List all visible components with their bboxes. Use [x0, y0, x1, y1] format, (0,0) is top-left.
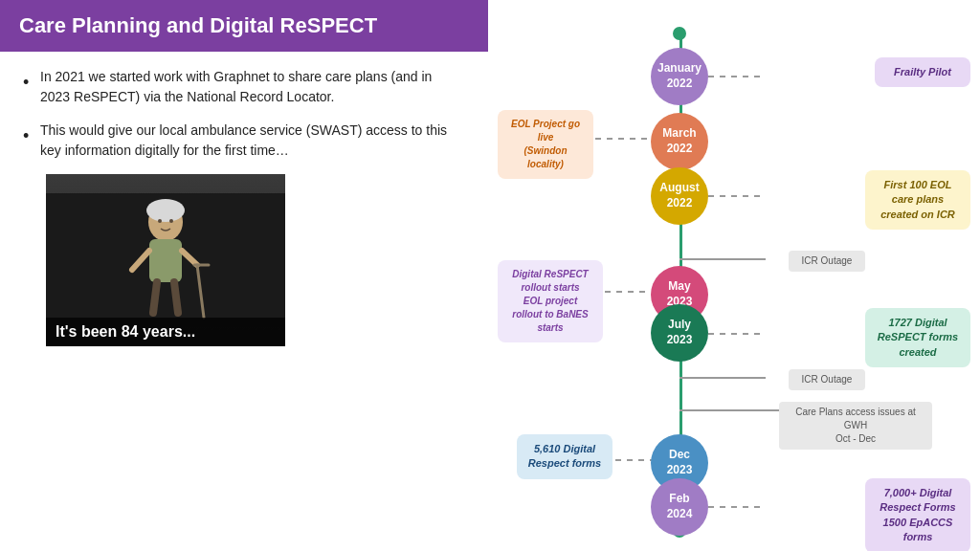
svg-point-2	[146, 199, 185, 222]
connector-mar2022-left	[595, 138, 651, 140]
circle-feb2024: Feb 2024	[651, 478, 708, 536]
label-mar2022-left: EOL Project go live(Swindonlocality)	[498, 110, 593, 179]
bullet-dot-2: •	[23, 123, 33, 149]
connector-may2023-left	[605, 291, 651, 293]
title-text: Care Planning and Digital ReSPECT	[19, 13, 377, 37]
svg-point-10	[158, 219, 162, 223]
node-feb2024: Feb 2024	[651, 478, 708, 536]
connector-icr2	[679, 377, 766, 379]
svg-line-6	[153, 282, 157, 313]
label-feb2024-right: 7,000+ DigitalRespect Forms1500 EpACCSfo…	[865, 478, 970, 551]
bullet-text-2: This would give our local ambulance serv…	[40, 121, 465, 161]
label-icr-outage-2: ICR Outage	[789, 369, 865, 390]
bullet-2: • This would give our local ambulance se…	[23, 121, 465, 161]
label-dec2023-left: 5,610 DigitalRespect forms	[517, 434, 612, 479]
circle-aug2022: August 2022	[651, 167, 708, 225]
node-jul2023: July 2023	[651, 304, 708, 362]
circle-jan2022: January 2022	[651, 48, 708, 105]
caption-text: It's been 84 years...	[56, 323, 195, 340]
node-jan2022: January 2022	[651, 48, 708, 105]
timeline-container: January 2022 Frailty Pilot EOL Project g…	[488, 0, 980, 551]
label-may2023-left: Digital ReSPECTrollout startsEOL project…	[498, 260, 603, 342]
label-care-plans-note: Care Plans access issues at GWHOct - Dec	[779, 402, 932, 450]
left-panel: Care Planning and Digital ReSPECT • In 2…	[0, 0, 488, 551]
content-area: • In 2021 we started work with Graphnet …	[0, 52, 488, 362]
node-aug2022: August 2022	[651, 167, 708, 225]
elderly-figure-svg	[46, 193, 285, 327]
connector-icr1	[679, 258, 766, 260]
photo-caption: It's been 84 years...	[46, 318, 285, 346]
svg-line-7	[174, 282, 178, 313]
label-jan2022-right: Frailty Pilot	[875, 57, 970, 87]
svg-rect-3	[149, 239, 182, 282]
label-jul2023-right: 1727 DigitalReSPECT formscreated	[865, 308, 970, 367]
connector-jan2022	[708, 76, 766, 77]
connector-dec2023-left	[615, 459, 652, 461]
bullet-text-1: In 2021 we started work with Graphnet to…	[40, 67, 465, 107]
timeline-top-dot	[673, 27, 686, 40]
bullet-1: • In 2021 we started work with Graphnet …	[23, 67, 465, 107]
svg-point-11	[169, 219, 173, 223]
connector-feb2024-right	[708, 506, 766, 508]
right-panel: January 2022 Frailty Pilot EOL Project g…	[488, 0, 980, 551]
label-icr-outage-1: ICR Outage	[789, 251, 865, 272]
label-aug2022-right: First 100 EOLcare planscreated on ICR	[865, 170, 970, 230]
connector-jul2023-right	[708, 333, 766, 335]
connector-aug2022-right	[708, 195, 766, 197]
node-mar2022: March 2022	[651, 113, 708, 170]
circle-jul2023: July 2023	[651, 304, 708, 362]
photo-container: It's been 84 years...	[46, 174, 285, 346]
circle-mar2022: March 2022	[651, 113, 708, 170]
slide-title: Care Planning and Digital ReSPECT	[0, 0, 488, 52]
bullet-dot-1: •	[23, 70, 33, 96]
